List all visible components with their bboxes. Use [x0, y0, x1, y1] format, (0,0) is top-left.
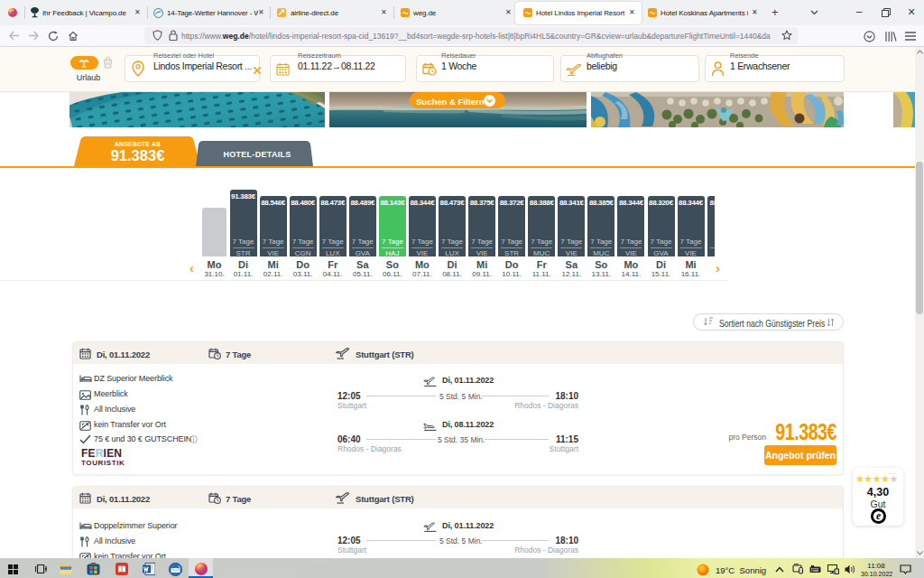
svg-text:e: e [875, 510, 880, 521]
